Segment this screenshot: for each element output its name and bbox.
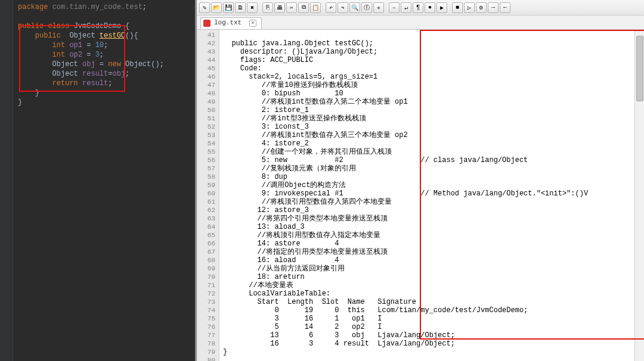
line-number: 53 [197, 131, 215, 139]
code-line: 8: dup [223, 173, 642, 181]
file-tab-log[interactable]: log.txt × [200, 17, 262, 29]
code-line: 18: areturn [223, 273, 642, 281]
code-line: //调用Object的构造方法 [223, 181, 642, 189]
line-number: 61 [197, 198, 215, 206]
line-number: 79 [197, 348, 215, 356]
code-line: stack=2, locals=5, args_size=1 [223, 73, 642, 81]
code-line: 5: new #2 // class java/lang/Object [223, 156, 642, 164]
print-icon[interactable]: 🖶 [274, 2, 285, 13]
compile-icon[interactable]: ⚙ [476, 2, 487, 13]
macro-record-icon[interactable]: ● [425, 2, 435, 13]
code-line: Start Length Slot Name Signature [223, 298, 642, 306]
close-icon[interactable]: × [249, 20, 256, 27]
redo-icon[interactable]: ↷ [338, 2, 348, 13]
line-number: 45 [197, 64, 215, 73]
save-icon[interactable]: 💾 [223, 2, 234, 13]
find-icon[interactable]: 🔍 [349, 2, 360, 13]
code-line: //复制栈顶元素（对象的引用 [223, 164, 642, 173]
zoom-in-icon[interactable]: ＋ [373, 2, 384, 13]
code-line: Code: [223, 64, 642, 73]
line-number: 57 [197, 164, 215, 173]
code-line: 0 19 0 this Lcom/tian/my_code/test/JvmCo… [223, 306, 642, 315]
tab-bar: log.txt × [197, 15, 644, 30]
line-number: 78 [197, 340, 215, 348]
code-line: //将栈顶int型数值存入第二个本地变量 op1 [223, 98, 642, 106]
code-line: //将第四个引用类型本地变量推送至栈顶 [223, 214, 642, 223]
code-line: public Object testGC(){ [4, 31, 195, 41]
replace-icon[interactable]: ⓕ [361, 2, 372, 13]
show-symbol-icon[interactable]: ¶ [413, 2, 423, 13]
line-number: 60 [197, 189, 215, 198]
save-all-icon[interactable]: 🗎 [235, 2, 246, 13]
close-icon[interactable]: ✖ [247, 2, 258, 13]
line-number: 56 [197, 156, 215, 164]
line-number: 49 [197, 98, 215, 106]
code-line: 12: astore_3 [223, 206, 642, 214]
toolbar: ✎📂💾🗎✖⎘🖶✂⧉📋↶↷🔍ⓕ＋－↵¶●▶■▷⚙→← [197, 0, 644, 15]
line-number: 77 [197, 331, 215, 340]
line-number: 66 [197, 239, 215, 248]
macro-play-icon[interactable]: ▶ [436, 2, 447, 13]
new-icon[interactable]: ✎ [199, 2, 210, 13]
line-number: 48 [197, 89, 215, 98]
prev-icon[interactable]: ← [500, 2, 510, 13]
code-line: 14: astore 4 [223, 239, 642, 248]
java-source-code[interactable]: package com.tian.my_code.test; public cl… [4, 2, 195, 117]
open-icon[interactable]: 📂 [211, 2, 222, 13]
undo-icon[interactable]: ↶ [326, 2, 336, 13]
code-line: int op1 = 10; [4, 41, 195, 50]
paste-icon[interactable]: 📋 [310, 2, 321, 13]
line-number: 44 [197, 56, 215, 64]
line-number: 80 [197, 356, 215, 361]
code-line: //将int型3推送至操作数栈栈顶 [223, 114, 642, 123]
line-number: 68 [197, 256, 215, 264]
code-line: //将栈顶引用型数值存入指定本地变量 [223, 231, 642, 239]
line-number: 73 [197, 298, 215, 306]
code-line: } [4, 98, 195, 107]
line-number: 74 [197, 306, 215, 315]
code-line: int op2 = 3; [4, 50, 195, 60]
bytecode-text[interactable]: public java.lang.Object testGC(); descri… [219, 30, 644, 361]
code-line: Object obj = new Object(); [4, 60, 195, 69]
code-line: 5 14 2 op2 I [223, 323, 642, 331]
line-number: 59 [197, 181, 215, 189]
zoom-out-icon[interactable]: － [389, 2, 400, 13]
code-line: } [4, 88, 195, 98]
line-number: 76 [197, 323, 215, 331]
vertical-scrollbar[interactable] [634, 30, 644, 361]
code-line: LocalVariableTable: [223, 290, 642, 298]
code-line: } [223, 348, 642, 356]
scrollbar-thumb[interactable] [636, 36, 643, 101]
cut-icon[interactable]: ✂ [286, 2, 297, 13]
line-number: 69 [197, 264, 215, 273]
close-all-icon[interactable]: ⎘ [262, 2, 273, 13]
code-line: //常量10推送到操作数栈栈顶 [223, 81, 642, 89]
text-editor-pane: ✎📂💾🗎✖⎘🖶✂⧉📋↶↷🔍ⓕ＋－↵¶●▶■▷⚙→← log.txt × 4142… [197, 0, 644, 361]
line-number: 75 [197, 315, 215, 323]
code-line: descriptor: ()Ljava/lang/Object; [223, 48, 642, 56]
code-line: //将指定的引用类型本地变量推送至栈顶 [223, 248, 642, 256]
line-number: 67 [197, 248, 215, 256]
code-line: public java.lang.Object testGC(); [223, 39, 642, 48]
copy-icon[interactable]: ⧉ [298, 2, 309, 13]
code-line [223, 356, 642, 361]
line-number: 41 [197, 31, 215, 39]
editor-body: 4142434445464748495051525354555657585960… [197, 30, 644, 361]
line-number: 52 [197, 123, 215, 131]
line-number: 47 [197, 81, 215, 89]
line-number-gutter: 4142434445464748495051525354555657585960… [197, 30, 219, 361]
code-line: 4: istore_2 [223, 139, 642, 148]
code-line: 9: invokespecial #1 // Method java/lang/… [223, 189, 642, 198]
code-line: 16: aload 4 [223, 256, 642, 264]
line-number: 42 [197, 39, 215, 48]
line-number: 50 [197, 106, 215, 114]
word-wrap-icon[interactable]: ↵ [401, 2, 411, 13]
macro-stop-icon[interactable]: ■ [452, 2, 463, 13]
next-icon[interactable]: → [488, 2, 499, 13]
line-number: 51 [197, 114, 215, 123]
run-icon[interactable]: ▷ [464, 2, 475, 13]
code-line: package com.tian.my_code.test; [4, 2, 195, 12]
file-tab-label: log.txt [214, 19, 242, 26]
code-line: 13: aload_3 [223, 223, 642, 231]
code-line [4, 12, 195, 21]
